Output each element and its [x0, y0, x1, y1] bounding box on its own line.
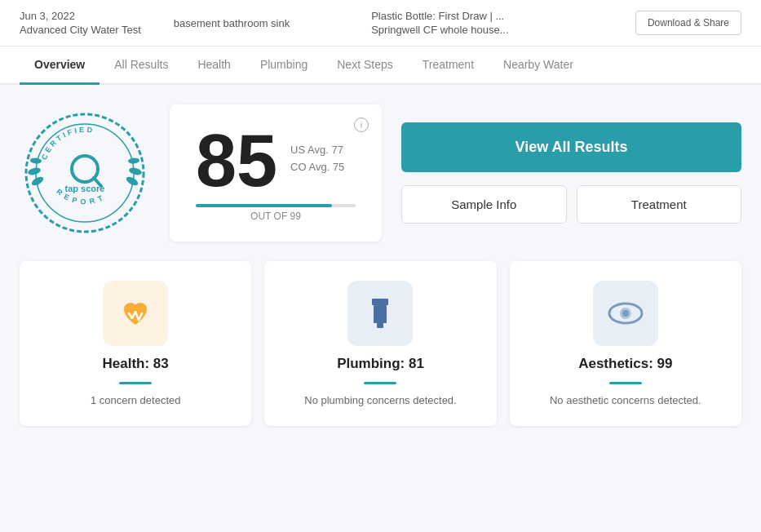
info-icon[interactable]: i	[354, 117, 369, 132]
action-section: View All Results Sample Info Treatment	[401, 122, 741, 224]
tap-score-logo: tap score CERTIFIED REPORT	[20, 108, 150, 238]
score-bar-track	[196, 204, 356, 207]
view-all-results-button[interactable]: View All Results	[401, 122, 741, 172]
score-out-of: OUT OF 99	[196, 211, 356, 222]
top-bar-meta: Jun 3, 2022 Advanced City Water Test	[20, 10, 141, 36]
svg-rect-15	[377, 323, 383, 328]
health-status: 1 concern detected	[91, 394, 181, 406]
svg-point-4	[30, 157, 42, 164]
svg-point-1	[36, 124, 134, 222]
aesthetics-divider	[609, 382, 642, 384]
svg-text:tap score: tap score	[65, 184, 105, 193]
tab-treatment[interactable]: Treatment	[408, 47, 489, 85]
tab-health[interactable]: Health	[183, 47, 245, 85]
svg-rect-13	[372, 299, 388, 305]
tab-nearby-water[interactable]: Nearby Water	[489, 47, 588, 85]
score-bar-fill	[196, 204, 332, 207]
nav-tabs: Overview All Results Health Plumbing Nex…	[0, 47, 761, 85]
tab-next-steps[interactable]: Next Steps	[322, 47, 407, 85]
score-averages: US Avg. 77 CO Avg. 75	[290, 124, 344, 173]
score-card: i 85 US Avg. 77 CO Avg. 75 OUT OF 99	[170, 104, 382, 242]
sample-1: Plastic Bottle: First Draw | ...	[371, 10, 508, 22]
report-location: basement bathroom sink	[174, 17, 290, 29]
svg-point-18	[622, 310, 629, 317]
main-content: tap score CERTIFIED REPORT i 85 US Avg. …	[0, 85, 761, 446]
plumbing-icon	[365, 295, 395, 331]
score-section: tap score CERTIFIED REPORT i 85 US Avg. …	[20, 104, 741, 242]
download-share-button[interactable]: Download & Share	[635, 11, 741, 35]
sample-info-button[interactable]: Sample Info	[401, 185, 567, 224]
action-buttons: Sample Info Treatment	[401, 185, 741, 224]
sample-list: Plastic Bottle: First Draw | ... Springw…	[371, 10, 508, 36]
score-bar-container: OUT OF 99	[196, 204, 356, 222]
report-title: Advanced City Water Test	[20, 24, 141, 36]
top-bar: Jun 3, 2022 Advanced City Water Test bas…	[0, 0, 761, 47]
svg-rect-14	[374, 305, 387, 323]
tab-all-results[interactable]: All Results	[100, 47, 183, 85]
tab-plumbing[interactable]: Plumbing	[246, 47, 322, 85]
plumbing-title: Plumbing: 81	[337, 356, 424, 372]
aesthetics-card: Aesthetics: 99 No aesthetic concerns det…	[510, 261, 741, 426]
health-card: Health: 83 1 concern detected	[20, 261, 251, 426]
aesthetics-title: Aesthetics: 99	[578, 356, 672, 372]
aesthetics-icon	[608, 299, 644, 328]
aesthetics-status: No aesthetic concerns detected.	[550, 394, 701, 406]
svg-point-6	[128, 166, 143, 176]
score-value: 85	[196, 124, 277, 197]
aesthetics-icon-wrap	[593, 281, 658, 346]
co-avg: CO Avg. 75	[290, 161, 344, 173]
report-date: Jun 3, 2022	[20, 10, 141, 22]
plumbing-divider	[364, 382, 396, 384]
health-divider	[119, 382, 152, 384]
health-icon	[117, 295, 153, 331]
score-info-row: 85 US Avg. 77 CO Avg. 75	[196, 124, 356, 197]
health-icon-wrap	[103, 281, 168, 346]
plumbing-icon-wrap	[347, 281, 413, 346]
category-cards: Health: 83 1 concern detected Plumbing: …	[20, 261, 741, 426]
treatment-button[interactable]: Treatment	[577, 185, 742, 224]
us-avg: US Avg. 77	[290, 144, 344, 156]
plumbing-card: Plumbing: 81 No plumbing concerns detect…	[264, 261, 496, 426]
sample-2: Springwell CF whole house...	[371, 24, 508, 36]
svg-point-7	[128, 157, 140, 164]
health-title: Health: 83	[103, 356, 169, 372]
svg-point-3	[27, 166, 42, 176]
plumbing-status: No plumbing concerns detected.	[304, 394, 456, 406]
tab-overview[interactable]: Overview	[20, 47, 100, 85]
